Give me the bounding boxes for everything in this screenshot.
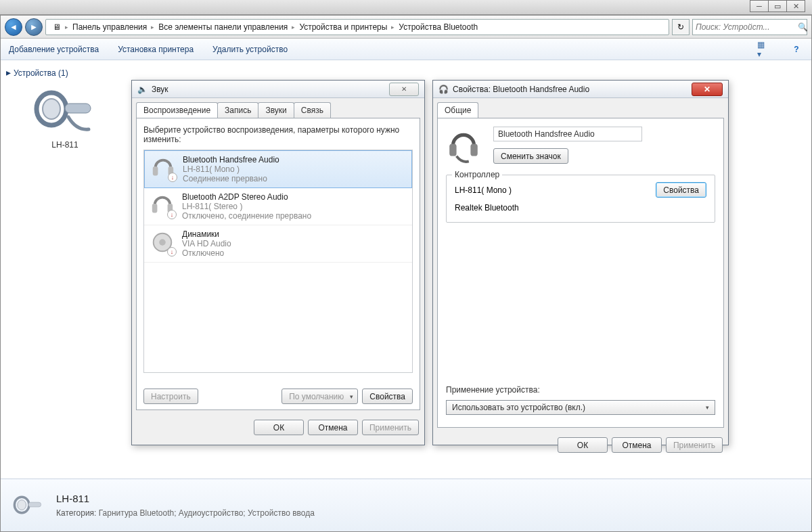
crumb-3[interactable]: Устройства и принтеры	[295, 21, 391, 33]
headset-icon	[28, 83, 102, 137]
ok-button[interactable]: ОК	[558, 437, 608, 453]
devices-header: ▸ Устройства (1)	[6, 67, 124, 78]
down-arrow-badge-icon: ↓	[167, 210, 177, 219]
taskbar	[0, 0, 812, 15]
sound-dialog: 🔈 Звук ✕ Воспроизведение Запись Звуки Св…	[131, 80, 425, 445]
headset-small-icon: 🎧	[438, 85, 449, 94]
svg-rect-8	[152, 204, 158, 213]
playback-device-item[interactable]: ↓ Bluetooth Handsfree Audio LH-811( Mono…	[144, 150, 412, 188]
playback-device-item[interactable]: ↓ Bluetooth A2DP Stereo Audio LH-811( St…	[144, 188, 412, 225]
device-sub: LH-811( Mono )	[183, 164, 279, 174]
svg-rect-6	[153, 167, 158, 175]
tab-communications[interactable]: Связь	[294, 102, 331, 118]
controller-line-2: Realtek Bluetooth	[455, 203, 706, 213]
controller-groupbox: Контроллер LH-811( Mono ) Свойства Realt…	[446, 175, 715, 223]
details-pane: LH-811 Категория: Гарнитура Bluetooth; А…	[1, 479, 811, 531]
set-default-button[interactable]: По умолчанию	[281, 389, 358, 404]
properties-name-block: Bluetooth Handsfree Audio Сменить значок	[493, 127, 642, 164]
crumb-2[interactable]: Все элементы панели управления	[154, 21, 292, 33]
breadcrumb-home-icon[interactable]: 🖥	[49, 21, 65, 33]
configure-button[interactable]: Настроить	[143, 389, 198, 404]
back-button[interactable]: ◄	[5, 18, 22, 36]
playback-device-list[interactable]: ↓ Bluetooth Handsfree Audio LH-811( Mono…	[143, 150, 413, 373]
address-row: ◄ ► 🖥 ▸ Панель управления ▸ Все элементы…	[1, 16, 811, 39]
svg-point-1	[43, 99, 60, 119]
details-text: LH-811 Категория: Гарнитура Bluetooth; А…	[56, 493, 315, 518]
details-category-value: Гарнитура Bluetooth; Аудиоустройство; Ус…	[99, 508, 315, 518]
device-usage-value: Использовать это устройство (вкл.)	[452, 403, 585, 412]
headset-icon: ↓	[150, 155, 176, 181]
sound-dialog-buttons: ОК Отмена Применить	[132, 414, 424, 441]
explorer-window: ◄ ► 🖥 ▸ Панель управления ▸ Все элементы…	[0, 15, 812, 532]
properties-dialog: 🎧 Свойства: Bluetooth Handsfree Audio ✕ …	[432, 80, 729, 445]
device-tile[interactable]: LH-811	[6, 83, 124, 150]
properties-dialog-title: Свойства: Bluetooth Handsfree Audio	[453, 85, 687, 94]
maximize-button[interactable]: ▭	[768, 0, 787, 12]
device-name-field[interactable]: Bluetooth Handsfree Audio	[493, 127, 642, 141]
device-text: Bluetooth Handsfree Audio LH-811( Mono )…	[183, 155, 279, 183]
forward-button[interactable]: ►	[25, 18, 43, 36]
device-text: Динамики VIA HD Audio Отключено	[182, 229, 231, 258]
change-icon-button[interactable]: Сменить значок	[493, 148, 568, 164]
toolbar-add-printer[interactable]: Установка принтера	[118, 45, 194, 54]
properties-dialog-titlebar[interactable]: 🎧 Свойства: Bluetooth Handsfree Audio ✕	[433, 81, 728, 98]
cancel-button[interactable]: Отмена	[612, 437, 662, 453]
properties-dialog-close[interactable]: ✕	[692, 83, 723, 96]
svg-rect-12	[449, 143, 456, 156]
tab-playback[interactable]: Воспроизведение	[136, 102, 218, 118]
speaker-icon: ↓	[150, 229, 175, 255]
speaker-icon: 🔈	[137, 85, 148, 94]
sound-tabs: Воспроизведение Запись Звуки Связь	[132, 98, 424, 118]
device-name: Bluetooth Handsfree Audio	[183, 155, 279, 164]
controller-properties-button[interactable]: Свойства	[656, 182, 706, 198]
cancel-button[interactable]: Отмена	[308, 420, 358, 435]
svg-rect-5	[28, 502, 41, 507]
apply-button[interactable]: Применить	[666, 437, 723, 453]
device-usage-combo[interactable]: Использовать это устройство (вкл.)	[446, 400, 715, 415]
sound-dialog-close[interactable]: ✕	[389, 83, 419, 96]
apply-button[interactable]: Применить	[362, 420, 419, 435]
details-category-label: Категория:	[56, 508, 96, 518]
toolbar-remove-device[interactable]: Удалить устройство	[212, 45, 288, 54]
properties-button[interactable]: Свойства	[362, 389, 413, 404]
window-chrome: ─ ▭ ✕	[750, 0, 805, 12]
device-label: LH-811	[51, 140, 78, 150]
tab-recording[interactable]: Запись	[217, 102, 258, 118]
search-input[interactable]	[696, 22, 798, 32]
svg-rect-2	[65, 104, 91, 113]
tab-sounds[interactable]: Звуки	[258, 102, 294, 118]
view-options-icon[interactable]: ▦ ▾	[757, 43, 771, 56]
device-status: Отключено	[182, 248, 231, 258]
crumb-1[interactable]: Панель управления	[68, 21, 151, 33]
device-status: Отключено, соединение прервано	[182, 211, 311, 221]
headset-large-icon	[446, 128, 481, 163]
device-sub: VIA HD Audio	[182, 239, 231, 248]
crumb-4[interactable]: Устройства Bluetooth	[394, 21, 482, 33]
playback-device-item[interactable]: ↓ Динамики VIA HD Audio Отключено	[144, 225, 412, 263]
toolbar-add-device[interactable]: Добавление устройства	[9, 45, 99, 54]
ok-button[interactable]: ОК	[254, 420, 304, 435]
minimize-button[interactable]: ─	[750, 0, 769, 12]
tab-general[interactable]: Общие	[437, 102, 478, 118]
controller-line-1: LH-811( Mono )	[455, 185, 512, 195]
svg-point-4	[18, 500, 26, 510]
help-icon[interactable]: ?	[790, 43, 803, 56]
sound-dialog-title: Звук	[152, 85, 385, 94]
refresh-button[interactable]: ↻	[672, 19, 690, 35]
headset-icon	[10, 491, 47, 520]
devices-header-text: Устройства (1)	[14, 68, 68, 78]
sound-dialog-titlebar[interactable]: 🔈 Звук ✕	[132, 81, 424, 98]
breadcrumb-bar[interactable]: 🖥 ▸ Панель управления ▸ Все элементы пан…	[45, 19, 669, 35]
properties-tabs: Общие	[433, 98, 728, 118]
device-name: Динамики	[182, 229, 231, 239]
headset-icon: ↓	[150, 192, 175, 218]
search-box[interactable]: 🔍	[692, 19, 807, 35]
down-arrow-badge-icon: ↓	[168, 173, 177, 182]
properties-dialog-buttons: ОК Отмена Применить	[433, 432, 728, 458]
properties-tab-body: Bluetooth Handsfree Audio Сменить значок…	[437, 118, 724, 428]
svg-rect-13	[470, 143, 477, 156]
search-icon[interactable]: 🔍	[798, 22, 808, 32]
device-sub: LH-811( Stereo )	[182, 202, 311, 211]
device-usage-label: Применение устройства:	[446, 385, 540, 395]
close-button[interactable]: ✕	[786, 0, 805, 12]
